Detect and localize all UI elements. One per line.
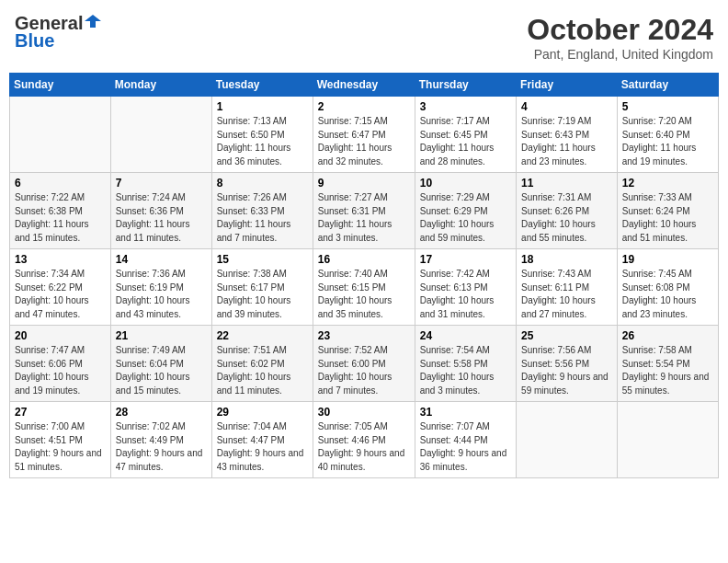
day-number: 24 [420, 329, 511, 342]
day-of-week-header: Wednesday [313, 74, 415, 97]
day-number: 1 [217, 100, 308, 113]
day-number: 10 [420, 177, 511, 190]
calendar-cell: 25Sunrise: 7:56 AMSunset: 5:56 PMDayligh… [517, 326, 618, 402]
calendar-cell: 8Sunrise: 7:26 AMSunset: 6:33 PMDaylight… [211, 173, 313, 249]
calendar-table: SundayMondayTuesdayWednesdayThursdayFrid… [9, 73, 719, 478]
calendar-cell: 27Sunrise: 7:00 AMSunset: 4:51 PMDayligh… [10, 402, 111, 478]
day-number: 18 [521, 253, 612, 266]
day-number: 26 [622, 329, 713, 342]
day-info: Sunrise: 7:26 AMSunset: 6:33 PMDaylight:… [217, 191, 308, 245]
calendar-cell: 2Sunrise: 7:15 AMSunset: 6:47 PMDaylight… [313, 97, 415, 173]
calendar-cell: 23Sunrise: 7:52 AMSunset: 6:00 PMDayligh… [313, 326, 415, 402]
day-info: Sunrise: 7:19 AMSunset: 6:43 PMDaylight:… [521, 115, 612, 168]
day-info: Sunrise: 7:04 AMSunset: 4:47 PMDaylight:… [217, 420, 308, 474]
calendar-cell: 29Sunrise: 7:04 AMSunset: 4:47 PMDayligh… [211, 402, 313, 478]
calendar-cell: 11Sunrise: 7:31 AMSunset: 6:26 PMDayligh… [517, 173, 618, 249]
day-number: 2 [318, 100, 410, 113]
calendar-cell: 26Sunrise: 7:58 AMSunset: 5:54 PMDayligh… [617, 326, 718, 402]
calendar-cell: 21Sunrise: 7:49 AMSunset: 6:04 PMDayligh… [110, 326, 211, 402]
calendar-week-row: 27Sunrise: 7:00 AMSunset: 4:51 PMDayligh… [10, 402, 719, 478]
title-month: October 2024 [527, 13, 713, 47]
calendar-cell [110, 97, 211, 173]
day-number: 20 [15, 329, 106, 342]
day-info: Sunrise: 7:22 AMSunset: 6:38 PMDaylight:… [15, 191, 106, 245]
day-info: Sunrise: 7:34 AMSunset: 6:22 PMDaylight:… [15, 268, 106, 321]
day-number: 6 [15, 177, 106, 190]
day-number: 13 [15, 253, 106, 266]
day-number: 15 [217, 253, 308, 266]
calendar-cell: 4Sunrise: 7:19 AMSunset: 6:43 PMDaylight… [517, 97, 618, 173]
calendar-header-row: SundayMondayTuesdayWednesdayThursdayFrid… [10, 74, 719, 97]
calendar-cell [10, 97, 111, 173]
day-info: Sunrise: 7:58 AMSunset: 5:54 PMDaylight:… [622, 344, 713, 397]
calendar-cell: 10Sunrise: 7:29 AMSunset: 6:29 PMDayligh… [415, 173, 516, 249]
logo: General Blue [15, 13, 101, 52]
logo-blue: Blue [15, 30, 54, 52]
day-info: Sunrise: 7:47 AMSunset: 6:06 PMDaylight:… [15, 344, 106, 397]
day-info: Sunrise: 7:38 AMSunset: 6:17 PMDaylight:… [217, 268, 308, 321]
day-number: 29 [217, 406, 308, 419]
day-info: Sunrise: 7:54 AMSunset: 5:58 PMDaylight:… [420, 344, 511, 397]
day-of-week-header: Thursday [415, 74, 516, 97]
day-info: Sunrise: 7:33 AMSunset: 6:24 PMDaylight:… [622, 191, 713, 245]
calendar-cell: 16Sunrise: 7:40 AMSunset: 6:15 PMDayligh… [313, 249, 415, 326]
day-info: Sunrise: 7:36 AMSunset: 6:19 PMDaylight:… [116, 268, 207, 321]
day-number: 19 [622, 253, 713, 266]
day-info: Sunrise: 7:20 AMSunset: 6:40 PMDaylight:… [622, 115, 713, 168]
calendar-cell: 22Sunrise: 7:51 AMSunset: 6:02 PMDayligh… [211, 326, 313, 402]
day-info: Sunrise: 7:40 AMSunset: 6:15 PMDaylight:… [318, 268, 410, 321]
day-number: 4 [521, 100, 612, 113]
day-number: 11 [521, 177, 612, 190]
calendar-cell: 28Sunrise: 7:02 AMSunset: 4:49 PMDayligh… [110, 402, 211, 478]
calendar-cell: 12Sunrise: 7:33 AMSunset: 6:24 PMDayligh… [617, 173, 718, 249]
day-info: Sunrise: 7:15 AMSunset: 6:47 PMDaylight:… [318, 115, 410, 168]
day-number: 27 [15, 406, 106, 419]
calendar-cell: 6Sunrise: 7:22 AMSunset: 6:38 PMDaylight… [10, 173, 111, 249]
day-number: 28 [116, 406, 207, 419]
day-number: 9 [318, 177, 410, 190]
svg-marker-0 [85, 15, 101, 28]
day-of-week-header: Saturday [617, 74, 718, 97]
title-location: Pant, England, United Kingdom [527, 47, 713, 62]
calendar-cell [617, 402, 718, 478]
day-number: 31 [420, 406, 511, 419]
day-info: Sunrise: 7:17 AMSunset: 6:45 PMDaylight:… [420, 115, 511, 168]
calendar-cell: 1Sunrise: 7:13 AMSunset: 6:50 PMDaylight… [211, 97, 313, 173]
day-number: 30 [318, 406, 410, 419]
calendar-cell: 7Sunrise: 7:24 AMSunset: 6:36 PMDaylight… [110, 173, 211, 249]
day-of-week-header: Tuesday [211, 74, 313, 97]
day-info: Sunrise: 7:02 AMSunset: 4:49 PMDaylight:… [116, 420, 207, 474]
calendar-cell: 20Sunrise: 7:47 AMSunset: 6:06 PMDayligh… [10, 326, 111, 402]
calendar-cell: 18Sunrise: 7:43 AMSunset: 6:11 PMDayligh… [517, 249, 618, 326]
day-info: Sunrise: 7:52 AMSunset: 6:00 PMDaylight:… [318, 344, 410, 397]
calendar-cell: 14Sunrise: 7:36 AMSunset: 6:19 PMDayligh… [110, 249, 211, 326]
day-info: Sunrise: 7:29 AMSunset: 6:29 PMDaylight:… [420, 191, 511, 245]
day-info: Sunrise: 7:56 AMSunset: 5:56 PMDaylight:… [521, 344, 612, 397]
day-number: 7 [116, 177, 207, 190]
day-info: Sunrise: 7:00 AMSunset: 4:51 PMDaylight:… [15, 420, 106, 474]
calendar-week-row: 6Sunrise: 7:22 AMSunset: 6:38 PMDaylight… [10, 173, 719, 249]
calendar-cell: 13Sunrise: 7:34 AMSunset: 6:22 PMDayligh… [10, 249, 111, 326]
day-number: 17 [420, 253, 511, 266]
calendar-week-row: 1Sunrise: 7:13 AMSunset: 6:50 PMDaylight… [10, 97, 719, 173]
calendar-body: 1Sunrise: 7:13 AMSunset: 6:50 PMDaylight… [10, 97, 719, 478]
calendar-cell: 31Sunrise: 7:07 AMSunset: 4:44 PMDayligh… [415, 402, 516, 478]
calendar-cell: 30Sunrise: 7:05 AMSunset: 4:46 PMDayligh… [313, 402, 415, 478]
calendar-cell: 5Sunrise: 7:20 AMSunset: 6:40 PMDaylight… [617, 97, 718, 173]
title-area: October 2024 Pant, England, United Kingd… [527, 13, 713, 62]
page-header: General Blue October 2024 Pant, England,… [9, 9, 719, 65]
day-of-week-header: Sunday [10, 74, 111, 97]
day-number: 12 [622, 177, 713, 190]
calendar-cell [517, 402, 618, 478]
day-number: 14 [116, 253, 207, 266]
day-info: Sunrise: 7:42 AMSunset: 6:13 PMDaylight:… [420, 268, 511, 321]
calendar-cell: 19Sunrise: 7:45 AMSunset: 6:08 PMDayligh… [617, 249, 718, 326]
day-number: 25 [521, 329, 612, 342]
day-info: Sunrise: 7:43 AMSunset: 6:11 PMDaylight:… [521, 268, 612, 321]
logo-bird-icon [85, 13, 101, 29]
calendar-cell: 17Sunrise: 7:42 AMSunset: 6:13 PMDayligh… [415, 249, 516, 326]
day-number: 21 [116, 329, 207, 342]
day-number: 16 [318, 253, 410, 266]
day-info: Sunrise: 7:49 AMSunset: 6:04 PMDaylight:… [116, 344, 207, 397]
day-info: Sunrise: 7:27 AMSunset: 6:31 PMDaylight:… [318, 191, 410, 245]
